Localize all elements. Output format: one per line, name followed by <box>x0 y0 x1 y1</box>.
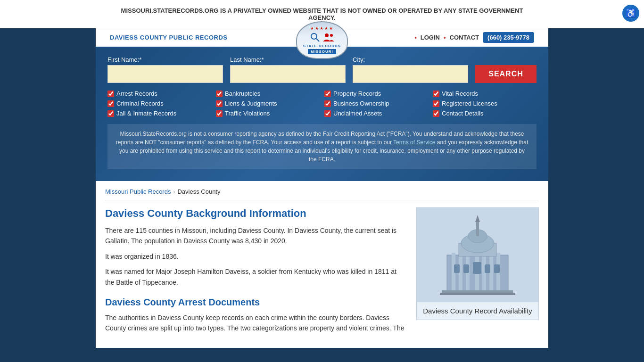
svg-line-1 <box>316 39 319 41</box>
search-section: First Name:* Last Name:* City: SEARCH Ar… <box>96 47 548 181</box>
checkbox-label: Liens & Judgments <box>225 100 277 107</box>
content-right: Daviess County Record Availability <box>416 207 539 338</box>
background-para2: It was organized in 1836. <box>105 251 405 262</box>
main-content: Daviess County Background Information Th… <box>105 207 539 338</box>
background-para3: It was named for Major Joseph Hamilton D… <box>105 266 405 288</box>
contact-link[interactable]: CONTACT <box>450 34 479 41</box>
accessibility-button[interactable]: ♿ <box>622 5 639 22</box>
record-card-image <box>417 208 538 302</box>
svg-rect-23 <box>485 264 490 273</box>
checkbox-item: Contact Details <box>433 110 537 117</box>
checkbox-item: Jail & Inmate Records <box>107 110 211 117</box>
checkboxes-row: Arrest RecordsBankruptciesProperty Recor… <box>107 90 537 117</box>
first-name-input[interactable] <box>107 65 223 83</box>
svg-point-2 <box>325 33 329 37</box>
terms-link[interactable]: Terms of Service <box>393 139 435 146</box>
checkbox-label: Property Records <box>333 90 381 97</box>
checkbox-item: Criminal Records <box>107 100 211 107</box>
logo-missouri-text: MISSOURI <box>308 49 336 54</box>
logo-container: ★★★★★ STATE REC <box>296 21 348 59</box>
content-wrapper: Missouri Public Records › Daviess County… <box>96 181 548 348</box>
login-link[interactable]: LOGIN <box>421 34 440 41</box>
logo: ★★★★★ STATE REC <box>296 21 348 59</box>
svg-rect-20 <box>454 264 460 273</box>
building-svg <box>423 213 532 297</box>
content-left: Daviess County Background Information Th… <box>105 207 405 338</box>
nav-right: • LOGIN • CONTACT (660) 235-9778 <box>414 32 534 43</box>
svg-rect-22 <box>473 262 481 274</box>
checkbox-label: Vital Records <box>442 90 478 97</box>
svg-rect-16 <box>476 222 479 236</box>
search-button[interactable]: SEARCH <box>475 65 537 83</box>
people-icon <box>322 32 335 42</box>
checkbox-item: Business Ownership <box>324 100 428 107</box>
last-name-group: Last Name:* <box>230 56 346 83</box>
checkbox-unclaimed-assets[interactable] <box>324 110 331 117</box>
checkbox-vital-records[interactable] <box>433 90 439 97</box>
checkbox-label: Jail & Inmate Records <box>116 110 176 117</box>
checkbox-traffic-violations[interactable] <box>216 110 223 117</box>
checkbox-label: Registered Licenses <box>442 100 497 107</box>
checkbox-registered-licenses[interactable] <box>433 100 439 107</box>
checkbox-contact-details[interactable] <box>433 110 439 117</box>
phone-button[interactable]: (660) 235-9778 <box>483 32 534 43</box>
checkbox-label: Criminal Records <box>116 100 164 107</box>
checkbox-bankruptcies[interactable] <box>216 90 223 97</box>
logo-state-text: STATE RECORDS <box>303 44 341 48</box>
bullet2: • <box>444 34 446 41</box>
background-para1: There are 115 counties in Missouri, incl… <box>105 225 405 247</box>
site-title: DAVIESS COUNTY PUBLIC RECORDS <box>110 34 228 41</box>
bullet1: • <box>414 34 417 41</box>
breadcrumb: Missouri Public Records › Daviess County <box>105 188 539 200</box>
checkbox-criminal-records[interactable] <box>107 100 114 107</box>
checkbox-liens-&-judgments[interactable] <box>216 100 223 107</box>
logo-stars: ★★★★★ <box>310 26 334 31</box>
city-input[interactable] <box>353 65 468 83</box>
arrest-heading: Daviess County Arrest Documents <box>105 297 405 308</box>
checkbox-label: Bankruptcies <box>225 90 260 97</box>
checkbox-item: Bankruptcies <box>216 90 320 97</box>
svg-point-0 <box>311 33 317 39</box>
main-wrapper: DAVIESS COUNTY PUBLIC RECORDS ★★★★★ <box>0 28 644 362</box>
first-name-label: First Name:* <box>107 56 223 63</box>
logo-icons <box>310 32 335 42</box>
svg-point-3 <box>330 34 333 37</box>
checkbox-jail-&-inmate-records[interactable] <box>107 110 114 117</box>
checkbox-label: Unclaimed Assets <box>333 110 382 117</box>
checkbox-item: Traffic Violations <box>216 110 320 117</box>
checkbox-label: Business Ownership <box>333 100 389 107</box>
checkbox-label: Traffic Violations <box>225 110 270 117</box>
city-group: City: <box>353 56 468 83</box>
city-label: City: <box>353 56 468 63</box>
svg-rect-21 <box>463 264 469 273</box>
svg-rect-18 <box>442 290 513 293</box>
first-name-group: First Name:* <box>107 56 223 83</box>
checkbox-business-ownership[interactable] <box>324 100 331 107</box>
record-card: Daviess County Record Availability <box>416 207 539 320</box>
checkbox-item: Registered Licenses <box>433 100 537 107</box>
svg-rect-19 <box>440 293 515 295</box>
svg-rect-24 <box>494 264 500 273</box>
search-form-row: First Name:* Last Name:* City: SEARCH <box>107 56 537 83</box>
last-name-input[interactable] <box>230 65 346 83</box>
site-header: DAVIESS COUNTY PUBLIC RECORDS ★★★★★ <box>96 28 548 47</box>
checkbox-item: Vital Records <box>433 90 537 97</box>
arrest-para1: The authorities in Daviess County keep r… <box>105 313 405 334</box>
disclaimer: Missouri.StateRecords.org is not a consu… <box>107 124 537 169</box>
checkbox-item: Unclaimed Assets <box>324 110 428 117</box>
checkbox-arrest-records[interactable] <box>107 90 114 97</box>
record-card-title: Daviess County Record Availability <box>418 302 537 320</box>
checkbox-item: Liens & Judgments <box>216 100 320 107</box>
breadcrumb-home[interactable]: Missouri Public Records <box>105 188 171 195</box>
checkbox-item: Arrest Records <box>107 90 211 97</box>
search-icon <box>310 32 320 42</box>
checkbox-label: Arrest Records <box>116 90 157 97</box>
breadcrumb-chevron: › <box>173 189 175 195</box>
checkbox-label: Contact Details <box>442 110 483 117</box>
checkbox-property-records[interactable] <box>324 90 331 97</box>
checkbox-item: Property Records <box>324 90 428 97</box>
banner-text: MISSOURI.STATERECORDS.ORG IS A PRIVATELY… <box>110 7 534 21</box>
background-heading: Daviess County Background Information <box>105 207 405 220</box>
breadcrumb-current: Daviess County <box>177 188 220 195</box>
